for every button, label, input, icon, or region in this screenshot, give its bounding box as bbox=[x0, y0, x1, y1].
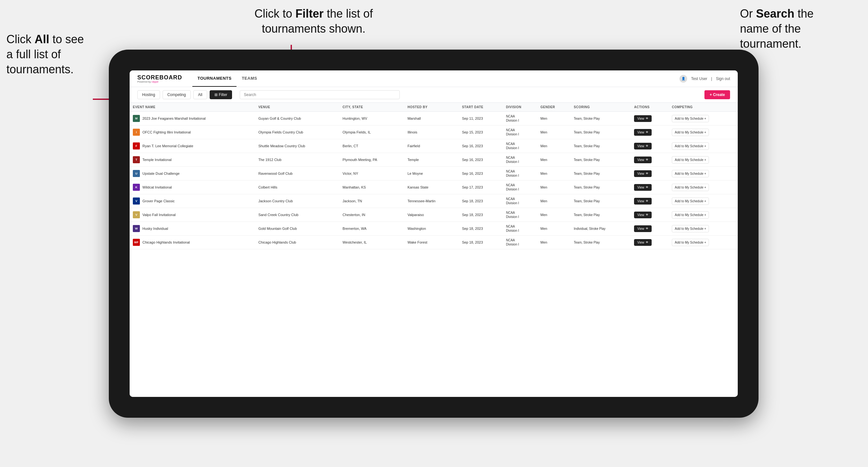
scoring-cell-8: Individual, Stroke Play bbox=[571, 222, 631, 236]
eye-icon-2: 👁 bbox=[646, 144, 648, 148]
venue-cell-7: Sand Creek Country Club bbox=[255, 208, 339, 222]
competing-cell-7: Add to My Schedule + bbox=[669, 208, 738, 222]
nav-tab-tournaments[interactable]: TOURNAMENTS bbox=[192, 70, 237, 87]
table-row: WF Chicago Highlands Invitational Chicag… bbox=[130, 236, 738, 249]
city-state-cell-5: Manhattan, KS bbox=[339, 181, 404, 194]
start-date-cell-1: Sep 15, 2023 bbox=[459, 125, 503, 139]
view-button-6[interactable]: View 👁 bbox=[634, 198, 652, 205]
competing-tab[interactable]: Competing bbox=[163, 90, 191, 99]
start-date-cell-6: Sep 18, 2023 bbox=[459, 194, 503, 208]
hosted-by-cell-5: Kansas State bbox=[404, 181, 459, 194]
col-hosted-by: HOSTED BY bbox=[404, 103, 459, 112]
col-event-name: EVENT NAME bbox=[130, 103, 255, 112]
city-state-cell-2: Berlin, CT bbox=[339, 139, 404, 153]
view-button-3[interactable]: View 👁 bbox=[634, 157, 652, 163]
add-schedule-button-0[interactable]: Add to My Schedule + bbox=[672, 115, 709, 122]
view-button-5[interactable]: View 👁 bbox=[634, 184, 652, 191]
scoring-cell-2: Team, Stroke Play bbox=[571, 139, 631, 153]
division-cell-7: NCAADivision I bbox=[503, 208, 537, 222]
event-name-4: Upstate Dual Challenge bbox=[143, 172, 180, 176]
event-name-cell-5: K Wildcat Invitational bbox=[130, 181, 255, 194]
venue-cell-1: Olympia Fields Country Club bbox=[255, 125, 339, 139]
add-schedule-button-3[interactable]: Add to My Schedule + bbox=[672, 156, 709, 163]
event-name-cell-0: M 2023 Joe Feaganes Marshall Invitationa… bbox=[130, 112, 255, 125]
division-cell-8: NCAADivision I bbox=[503, 222, 537, 236]
city-state-cell-1: Olympia Fields, IL bbox=[339, 125, 404, 139]
competing-cell-6: Add to My Schedule + bbox=[669, 194, 738, 208]
event-name-6: Grover Page Classic bbox=[143, 199, 175, 203]
competing-cell-0: Add to My Schedule + bbox=[669, 112, 738, 125]
actions-cell-3: View 👁 bbox=[631, 153, 669, 167]
event-name-cell-9: WF Chicago Highlands Invitational bbox=[130, 236, 255, 249]
venue-cell-6: Jackson Country Club bbox=[255, 194, 339, 208]
eye-icon-4: 👁 bbox=[646, 172, 648, 175]
user-name: Test User bbox=[691, 76, 707, 81]
view-button-9[interactable]: View 👁 bbox=[634, 239, 652, 246]
scoring-cell-7: Team, Stroke Play bbox=[571, 208, 631, 222]
actions-cell-5: View 👁 bbox=[631, 181, 669, 194]
gender-cell-3: Men bbox=[537, 153, 571, 167]
start-date-cell-9: Sep 18, 2023 bbox=[459, 236, 503, 249]
view-button-0[interactable]: View 👁 bbox=[634, 115, 652, 122]
division-cell-3: NCAADivision I bbox=[503, 153, 537, 167]
add-schedule-button-8[interactable]: Add to My Schedule + bbox=[672, 225, 709, 232]
team-logo-9: WF bbox=[133, 239, 140, 246]
venue-cell-0: Guyan Golf & Country Club bbox=[255, 112, 339, 125]
tablet-frame: SCOREBOARD Powered by clippd TOURNAMENTS… bbox=[109, 50, 758, 418]
create-button[interactable]: + Create bbox=[705, 90, 730, 99]
tablet-screen: SCOREBOARD Powered by clippd TOURNAMENTS… bbox=[130, 70, 738, 397]
competing-cell-4: Add to My Schedule + bbox=[669, 167, 738, 181]
filter-button[interactable]: ⊞ Filter bbox=[210, 90, 232, 99]
event-name-2: Ryan T. Lee Memorial Collegiate bbox=[143, 144, 193, 148]
event-name-cell-6: V Grover Page Classic bbox=[130, 194, 255, 208]
division-cell-9: NCAADivision I bbox=[503, 236, 537, 249]
table-row: M 2023 Joe Feaganes Marshall Invitationa… bbox=[130, 112, 738, 125]
all-tab[interactable]: All bbox=[193, 90, 207, 99]
hosted-by-cell-8: Washington bbox=[404, 222, 459, 236]
tournaments-table-container: EVENT NAME VENUE CITY, STATE HOSTED BY S… bbox=[130, 103, 738, 397]
team-logo-4: U bbox=[133, 170, 140, 177]
city-state-cell-7: Chesterton, IN bbox=[339, 208, 404, 222]
view-button-2[interactable]: View 👁 bbox=[634, 143, 652, 150]
hosting-tab[interactable]: Hosting bbox=[137, 90, 160, 99]
app-logo: SCOREBOARD bbox=[137, 74, 182, 81]
search-input[interactable] bbox=[240, 90, 400, 99]
table-row: U Upstate Dual Challenge Ravenwood Golf … bbox=[130, 167, 738, 181]
venue-cell-8: Gold Mountain Golf Club bbox=[255, 222, 339, 236]
add-schedule-button-2[interactable]: Add to My Schedule + bbox=[672, 143, 709, 150]
view-button-8[interactable]: View 👁 bbox=[634, 225, 652, 232]
table-row: F Ryan T. Lee Memorial Collegiate Shuttl… bbox=[130, 139, 738, 153]
division-cell-5: NCAADivision I bbox=[503, 181, 537, 194]
city-state-cell-0: Huntington, WV bbox=[339, 112, 404, 125]
city-state-cell-4: Victor, NY bbox=[339, 167, 404, 181]
add-schedule-button-5[interactable]: Add to My Schedule + bbox=[672, 184, 709, 191]
competing-cell-9: Add to My Schedule + bbox=[669, 236, 738, 249]
view-button-7[interactable]: View 👁 bbox=[634, 212, 652, 218]
annotation-all: Click All to seea full list oftournament… bbox=[6, 32, 115, 77]
eye-icon-3: 👁 bbox=[646, 158, 648, 161]
add-schedule-button-1[interactable]: Add to My Schedule + bbox=[672, 129, 709, 136]
start-date-cell-0: Sep 11, 2023 bbox=[459, 112, 503, 125]
add-schedule-button-9[interactable]: Add to My Schedule + bbox=[672, 239, 709, 246]
add-schedule-button-6[interactable]: Add to My Schedule + bbox=[672, 197, 709, 205]
city-state-cell-3: Plymouth Meeting, PA bbox=[339, 153, 404, 167]
user-avatar: 👤 bbox=[680, 75, 687, 83]
hosted-by-cell-9: Wake Forest bbox=[404, 236, 459, 249]
annotation-search: Or Search thename of thetournament. bbox=[740, 6, 862, 51]
nav-tab-teams[interactable]: TEAMS bbox=[237, 70, 262, 87]
competing-cell-1: Add to My Schedule + bbox=[669, 125, 738, 139]
add-schedule-button-7[interactable]: Add to My Schedule + bbox=[672, 211, 709, 219]
team-logo-0: M bbox=[133, 115, 140, 122]
add-schedule-button-4[interactable]: Add to My Schedule + bbox=[672, 170, 709, 177]
actions-cell-8: View 👁 bbox=[631, 222, 669, 236]
sign-out-link[interactable]: Sign out bbox=[716, 76, 730, 81]
view-button-4[interactable]: View 👁 bbox=[634, 170, 652, 177]
view-button-1[interactable]: View 👁 bbox=[634, 129, 652, 136]
event-name-cell-1: I OFCC Fighting Illini Invitational bbox=[130, 125, 255, 139]
venue-cell-3: The 1912 Club bbox=[255, 153, 339, 167]
team-logo-1: I bbox=[133, 129, 140, 136]
division-cell-6: NCAADivision I bbox=[503, 194, 537, 208]
division-cell-4: NCAADivision I bbox=[503, 167, 537, 181]
competing-cell-5: Add to My Schedule + bbox=[669, 181, 738, 194]
filter-icon: ⊞ bbox=[214, 93, 218, 97]
